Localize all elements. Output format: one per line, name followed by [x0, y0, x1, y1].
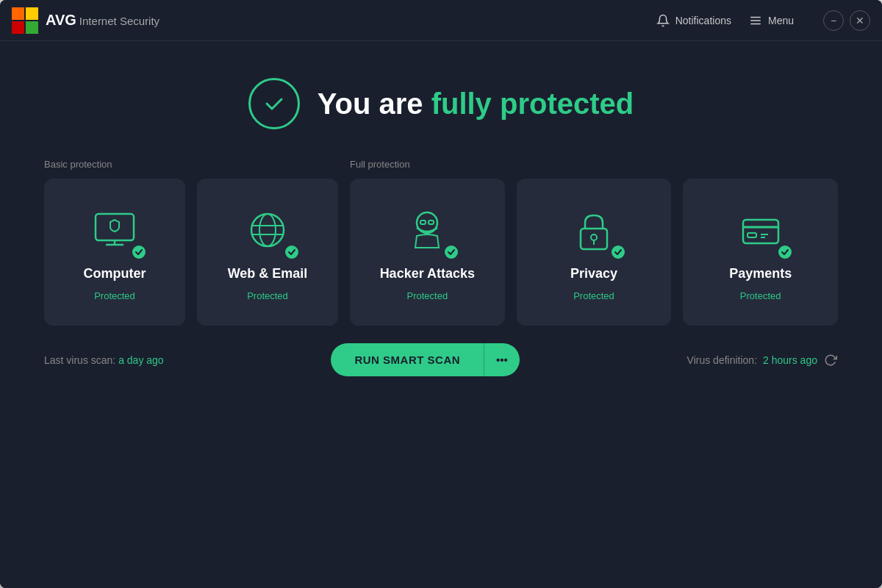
last-scan-info: Last virus scan: a day ago	[44, 354, 164, 366]
computer-protection-card[interactable]: Computer Protected	[44, 179, 185, 326]
full-protection-cards: Hacker Attacks Protected	[350, 179, 838, 326]
refresh-icon[interactable]	[823, 353, 838, 368]
computer-icon-wrapper	[85, 206, 144, 257]
virus-definition-info: Virus definition: 2 hours ago	[687, 353, 838, 368]
privacy-icon-wrapper	[564, 206, 623, 257]
web-email-card-title: Web & Email	[228, 266, 308, 282]
svg-point-18	[591, 234, 597, 240]
hacker-attacks-protection-card[interactable]: Hacker Attacks Protected	[350, 179, 505, 326]
web-email-card-status: Protected	[247, 290, 288, 301]
svg-point-10	[251, 214, 284, 246]
svg-rect-2	[12, 21, 24, 34]
computer-card-status: Protected	[94, 290, 135, 301]
hacker-check-badge	[443, 244, 459, 260]
hero-highlight: fully protected	[431, 87, 634, 120]
app-logo: AVG Internet Security	[12, 7, 159, 34]
basic-protection-label: Basic protection	[44, 159, 338, 170]
svg-rect-1	[26, 7, 38, 20]
titlebar-actions: Notifications Menu − ✕	[656, 10, 870, 31]
scan-more-options-button[interactable]: •••	[484, 343, 520, 376]
protection-groups: Basic protection	[44, 159, 838, 326]
close-button[interactable]: ✕	[850, 10, 870, 31]
virus-def-time: 2 hours ago	[763, 354, 817, 366]
last-scan-time: a day ago	[118, 354, 164, 366]
privacy-check-badge	[610, 244, 626, 260]
computer-card-title: Computer	[84, 266, 146, 282]
payments-card-status: Protected	[740, 290, 781, 301]
hacker-attacks-card-title: Hacker Attacks	[380, 266, 475, 282]
svg-rect-16	[429, 220, 434, 224]
privacy-card-title: Privacy	[570, 266, 617, 282]
svg-rect-3	[26, 21, 38, 34]
web-email-check-badge	[284, 244, 300, 260]
basic-protection-cards: Computer Protected	[44, 179, 338, 326]
bottom-bar: Last virus scan: a day ago RUN SMART SCA…	[44, 326, 838, 397]
product-name: Internet Security	[79, 15, 159, 27]
privacy-card-status: Protected	[573, 290, 614, 301]
svg-rect-17	[581, 229, 607, 249]
hero-prefix: You are	[318, 87, 431, 120]
run-smart-scan-button[interactable]: RUN SMART SCAN	[331, 343, 484, 376]
payments-icon-wrapper	[731, 206, 790, 257]
full-protection-label: Full protection	[350, 159, 838, 170]
virus-def-label: Virus definition:	[687, 354, 757, 366]
menu-button[interactable]: Menu	[749, 14, 794, 27]
privacy-protection-card[interactable]: Privacy Protected	[517, 179, 672, 326]
payments-card-title: Payments	[729, 266, 792, 282]
bell-icon	[656, 14, 670, 27]
svg-rect-0	[12, 7, 24, 20]
minimize-button[interactable]: −	[823, 10, 844, 31]
computer-check-badge	[131, 244, 147, 260]
basic-protection-section: Basic protection	[44, 159, 338, 326]
svg-rect-7	[96, 214, 134, 240]
shield-check-icon	[248, 78, 300, 129]
svg-point-11	[259, 214, 276, 246]
avg-brand: AVG	[46, 12, 76, 29]
window-controls: − ✕	[823, 10, 870, 31]
main-window: AVG Internet Security Notifications Men	[0, 0, 882, 588]
hacker-icon-wrapper	[398, 206, 456, 257]
svg-rect-15	[420, 220, 426, 224]
web-email-icon-wrapper	[238, 206, 297, 257]
payments-protection-card[interactable]: Payments Protected	[683, 179, 838, 326]
svg-rect-20	[743, 220, 778, 243]
titlebar: AVG Internet Security Notifications Men	[0, 0, 882, 41]
web-email-protection-card[interactable]: Web & Email Protected	[197, 179, 338, 326]
hacker-attacks-card-status: Protected	[407, 290, 448, 301]
notifications-button[interactable]: Notifications	[656, 14, 731, 27]
main-content: You are fully protected Basic protection	[0, 41, 882, 588]
menu-icon	[749, 14, 762, 27]
app-title: AVG Internet Security	[46, 12, 159, 29]
last-scan-label: Last virus scan:	[44, 354, 115, 366]
hero-section: You are fully protected	[44, 41, 838, 159]
avg-logo-icon	[12, 7, 38, 34]
scan-actions: RUN SMART SCAN •••	[331, 343, 519, 376]
full-protection-section: Full protection	[350, 159, 838, 326]
payments-check-badge	[777, 244, 793, 260]
svg-rect-22	[747, 233, 756, 237]
protection-status-heading: You are fully protected	[318, 87, 634, 121]
